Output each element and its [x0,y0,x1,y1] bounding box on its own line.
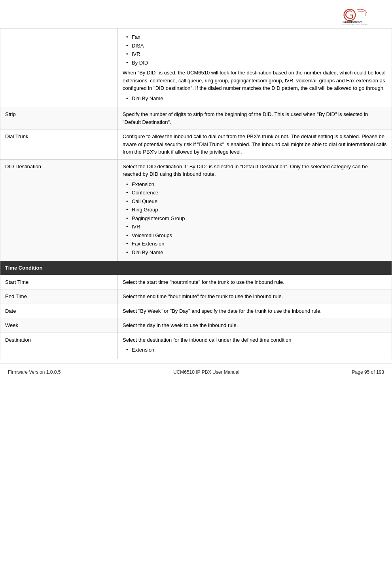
dial-by-name-list: Dial By Name [123,95,387,103]
svg-text:Innovative IP Voice & Video: Innovative IP Voice & Video [342,23,368,25]
table-row: Strip Specify the number of digits to st… [0,107,392,129]
list-item: Voicemail Groups [125,232,387,240]
destination-bullets: Extension [123,346,387,354]
row-label-end-time: End Time [0,289,118,304]
top-bullets-list: Fax DISA IVR By DID [123,33,387,67]
row-label-start-time: Start Time [0,275,118,289]
did-destination-intro: Select the DID destination if "By DID" i… [123,163,387,178]
list-item: IVR [125,50,387,58]
list-item: Dial By Name [125,249,387,257]
row-content-destination: Select the destination for the inbound c… [118,333,392,359]
table-row: Fax DISA IVR By DID When "By DID" is use… [0,29,392,107]
list-item: Conference [125,189,387,197]
by-did-description: When "By DID" is used, the UCM6510 will … [123,69,387,92]
footer-manual-title: UCM6510 IP PBX User Manual [173,369,239,375]
row-content-start-time: Select the start time "hour:minute" for … [118,275,392,289]
page-footer: Firmware Version 1.0.0.5 UCM6510 IP PBX … [0,363,392,381]
did-destination-bullets: Extension Conference Call Queue Ring Gro… [123,181,387,257]
list-item: Fax Extension [125,240,387,248]
row-content-date: Select "By Week" or "By Day" and specify… [118,304,392,318]
row-content-bullets: Fax DISA IVR By DID When "By DID" is use… [118,29,392,107]
footer-firmware: Firmware Version 1.0.0.5 [8,369,61,375]
row-label-date: Date [0,304,118,318]
table-row: End Time Select the end time "hour:minut… [0,289,392,304]
row-content-did-destination: Select the DID destination if "By DID" i… [118,159,392,261]
row-label-destination: Destination [0,333,118,359]
section-header-label: Time Condition [0,261,392,275]
table-row: Destination Select the destination for t… [0,333,392,359]
list-item: Extension [125,181,387,188]
row-content-week: Select the day in the week to use the in… [118,318,392,333]
table-row: DID Destination Select the DID destinati… [0,159,392,261]
row-label-strip: Strip [0,107,118,129]
grandstream-logo: Grandstream Innovative IP Voice & Video [339,7,382,25]
list-item: Call Queue [125,198,387,205]
main-table: Fax DISA IVR By DID When "By DID" is use… [0,28,392,359]
row-label-week: Week [0,318,118,333]
row-label-did-destination: DID Destination [0,159,118,261]
svg-text:Grandstream: Grandstream [343,20,362,23]
row-label-dial-trunk: Dial Trunk [0,129,118,160]
list-item: DISA [125,42,387,50]
row-content-dial-trunk: Configure to allow the inbound call to d… [118,129,392,160]
list-item: By DID [125,59,387,67]
list-item: Extension [125,346,387,354]
table-row: Start Time Select the start time "hour:m… [0,275,392,289]
row-label-empty [0,29,118,107]
list-item: Paging/Intercom Group [125,215,387,223]
destination-intro: Select the destination for the inbound c… [123,336,387,344]
list-item: IVR [125,223,387,231]
footer-page-number: Page 95 of 193 [352,369,384,375]
table-row: Dial Trunk Configure to allow the inboun… [0,129,392,160]
row-content-end-time: Select the end time "hour:minute" for th… [118,289,392,304]
list-item: Dial By Name [125,95,387,103]
section-header-row: Time Condition [0,261,392,275]
list-item: Fax [125,33,387,41]
table-row: Week Select the day in the week to use t… [0,318,392,333]
list-item: Ring Group [125,206,387,214]
row-content-strip: Specify the number of digits to strip fr… [118,107,392,129]
logo: Grandstream Innovative IP Voice & Video [337,6,384,26]
table-row: Date Select "By Week" or "By Day" and sp… [0,304,392,318]
page-header: Grandstream Innovative IP Voice & Video [0,4,392,28]
